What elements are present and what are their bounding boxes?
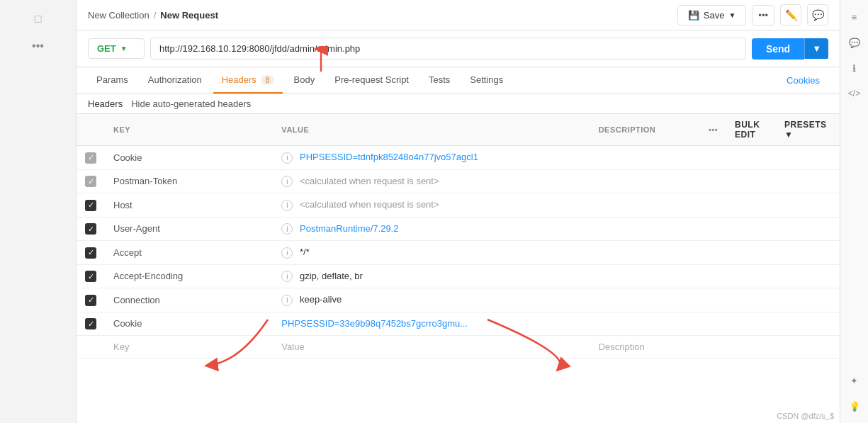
table-row: ✓ Cookie PHPSESSID=33e9b98q7452bs7gcrro3… <box>77 312 840 336</box>
cookies-link[interactable]: Cookies <box>778 68 828 93</box>
col-value: VALUE <box>273 114 590 146</box>
row-checkbox[interactable]: ✓ <box>77 312 105 336</box>
top-bar: New Collection / New Request 💾 Save ▼ ••… <box>77 0 840 30</box>
save-icon: 💾 <box>688 10 699 21</box>
tab-prerequest[interactable]: Pre-request Script <box>326 67 417 94</box>
row-key: Cookie <box>105 312 273 336</box>
row-value: i gzip, deflate, br <box>273 264 590 288</box>
row-desc <box>590 241 700 265</box>
edit-icon-button[interactable]: ✏️ <box>780 4 801 26</box>
sidebar-icon-dots[interactable]: ••• <box>0 33 76 60</box>
row-dots <box>700 169 726 193</box>
row-desc <box>590 146 700 170</box>
tab-params-label: Params <box>96 74 128 85</box>
row-checkbox[interactable]: ✓ <box>77 217 105 241</box>
row-value: i <calculated when request is sent> <box>273 169 590 193</box>
info-icon[interactable]: i <box>281 247 293 259</box>
tabs-container: Params Authorization Headers 8 Body Pre-… <box>77 67 840 94</box>
cookies-label: Cookies <box>787 75 820 86</box>
right-icon-hamburger[interactable]: ≡ <box>843 6 866 28</box>
row-desc <box>590 312 700 336</box>
row-dots <box>700 241 726 265</box>
row-empty1 <box>726 217 776 241</box>
tab-headers-label: Headers <box>222 74 257 85</box>
comment-icon-button[interactable]: 💬 <box>807 4 828 26</box>
tab-authorization-label: Authorization <box>148 74 202 85</box>
table-row: ✓ Host i <calculated when request is sen… <box>77 193 840 218</box>
table-row: ✓ Accept-Encoding i gzip, deflate, br <box>77 264 840 288</box>
row-empty1 <box>726 312 776 336</box>
url-input[interactable] <box>150 38 746 60</box>
row-key: Accept <box>105 241 273 265</box>
row-desc <box>590 264 700 288</box>
breadcrumb-collection[interactable]: New Collection <box>88 10 150 21</box>
tab-authorization[interactable]: Authorization <box>140 67 210 94</box>
row-empty1 <box>726 146 776 170</box>
row-value: i keep-alive <box>273 288 590 312</box>
tab-tests[interactable]: Tests <box>420 67 458 94</box>
row-checkbox[interactable]: ✓ <box>77 146 105 170</box>
right-icon-bulb[interactable]: 💡 <box>843 395 866 417</box>
info-icon[interactable]: i <box>281 223 293 235</box>
row-value: PHPSESSID=33e9b98q7452bs7gcrro3gmu... <box>273 312 590 336</box>
row-key: Cookie <box>105 146 273 170</box>
info-icon[interactable]: i <box>281 176 293 187</box>
right-icon-info[interactable]: ℹ <box>843 57 866 79</box>
value-text: gzip, deflate, br <box>300 271 363 281</box>
row-checkbox[interactable]: ✓ <box>77 241 105 265</box>
empty-desc[interactable]: Description <box>590 336 700 359</box>
col-key: KEY <box>105 114 273 146</box>
empty-key[interactable]: Key <box>105 336 273 359</box>
tab-prerequest-label: Pre-request Script <box>334 74 409 85</box>
table-row: ✓ Cookie i PHPSESSID=tdnfpk85248o4n77jvo… <box>77 146 840 170</box>
info-icon[interactable]: i <box>281 200 293 211</box>
row-empty2 <box>776 217 840 241</box>
value-text: PHPSESSID=tdnfpk85248o4n77jvo57agcl1 <box>300 152 478 162</box>
col-checkbox <box>77 114 105 146</box>
table-row: ✓ Postman-Token i <calculated when reque… <box>77 169 840 193</box>
row-checkbox[interactable]: ✓ <box>77 169 105 193</box>
checkbox-icon: ✓ <box>85 271 96 282</box>
send-button-group: Send ▼ <box>752 38 828 60</box>
sub-bar-title: Headers <box>88 98 123 109</box>
send-main-button[interactable]: Send <box>752 38 804 60</box>
row-dots <box>700 193 726 218</box>
hide-headers-link[interactable]: Hide auto-generated headers <box>131 98 251 109</box>
sidebar-icon-1[interactable]: □ <box>0 6 76 33</box>
row-checkbox[interactable]: ✓ <box>77 193 105 218</box>
info-icon[interactable]: i <box>281 295 293 306</box>
breadcrumb-current: New Request <box>160 10 218 21</box>
save-button[interactable]: 💾 Save ▼ <box>677 5 747 26</box>
col-dots: ••• <box>700 114 726 146</box>
col-presets[interactable]: Presets ▼ <box>776 114 840 146</box>
row-desc <box>590 193 700 218</box>
value-text: keep-alive <box>300 294 342 305</box>
send-dropdown-button[interactable]: ▼ <box>804 38 828 59</box>
col-bulk-edit[interactable]: Bulk Edit <box>726 114 776 146</box>
value-text: <calculated when request is sent> <box>300 199 439 210</box>
info-icon[interactable]: i <box>281 152 293 164</box>
info-icon[interactable]: i <box>281 271 293 282</box>
tabs-bar: Params Authorization Headers 8 Body Pre-… <box>77 67 840 94</box>
tab-headers[interactable]: Headers 8 <box>213 67 283 94</box>
tab-settings[interactable]: Settings <box>461 67 512 94</box>
empty-value[interactable]: Value <box>273 336 590 359</box>
row-empty2 <box>776 193 840 218</box>
row-key: Accept-Encoding <box>105 264 273 288</box>
row-checkbox[interactable]: ✓ <box>77 288 105 312</box>
right-icon-comment[interactable]: 💬 <box>843 31 866 54</box>
row-checkbox[interactable]: ✓ <box>77 264 105 288</box>
row-empty2 <box>776 146 840 170</box>
tab-body[interactable]: Body <box>286 67 324 94</box>
method-select[interactable]: GET ▼ <box>88 38 145 59</box>
more-options-button[interactable]: ••• <box>752 5 774 26</box>
row-empty2 <box>776 264 840 288</box>
tab-tests-label: Tests <box>429 74 450 85</box>
right-icon-star[interactable]: ✦ <box>843 369 866 392</box>
row-key: Postman-Token <box>105 169 273 193</box>
row-empty1 <box>726 193 776 218</box>
right-icon-code[interactable]: </> <box>843 82 866 105</box>
tab-params[interactable]: Params <box>88 67 137 94</box>
save-dropdown-icon: ▼ <box>728 11 735 19</box>
left-sidebar: □ ••• <box>0 0 77 423</box>
